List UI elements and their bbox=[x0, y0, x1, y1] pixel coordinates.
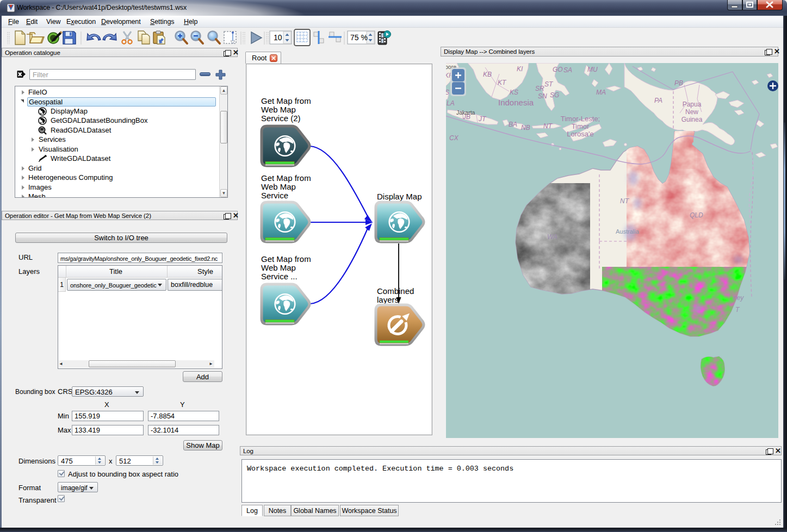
svg-text:SR: SR bbox=[535, 85, 544, 92]
svg-text:WA: WA bbox=[547, 233, 557, 241]
svg-text:Display Map: Display Map bbox=[377, 192, 422, 201]
svg-text:KT: KT bbox=[498, 79, 507, 86]
svg-text:NB: NB bbox=[521, 124, 530, 132]
svg-text:layers: layers bbox=[377, 295, 399, 304]
svg-text:QLD: QLD bbox=[690, 211, 703, 219]
svg-text:SN: SN bbox=[538, 92, 547, 100]
svg-text:KS: KS bbox=[510, 89, 518, 96]
svg-text:LA: LA bbox=[447, 99, 455, 107]
svg-text:Combined: Combined bbox=[377, 286, 414, 296]
svg-text:JT: JT bbox=[478, 115, 487, 123]
svg-text:Get Map from: Get Map from bbox=[261, 254, 311, 264]
svg-text:CX: CX bbox=[449, 134, 459, 142]
svg-text:NT: NT bbox=[620, 197, 630, 205]
svg-text:PA: PA bbox=[654, 97, 662, 104]
svg-text:Web Map: Web Map bbox=[261, 263, 296, 272]
svg-text:MA: MA bbox=[596, 89, 606, 96]
svg-text:ST: ST bbox=[544, 80, 554, 88]
svg-text:Service ...: Service ... bbox=[261, 272, 298, 281]
svg-text:Jakarta: Jakarta bbox=[456, 109, 475, 116]
svg-text:Web Map: Web Map bbox=[261, 105, 296, 114]
svg-text:Service: Service bbox=[261, 191, 288, 200]
svg-text:KB: KB bbox=[483, 71, 492, 78]
svg-text:Timor-Leste;: Timor-Leste; bbox=[561, 115, 600, 123]
svg-text:Get Map from: Get Map from bbox=[261, 173, 311, 183]
svg-text:Australia: Australia bbox=[616, 228, 640, 235]
svg-text:PB: PB bbox=[674, 79, 683, 87]
svg-text:ney: ney bbox=[733, 294, 744, 302]
svg-text:75 %: 75 % bbox=[350, 33, 368, 42]
svg-text:Papua: Papua bbox=[683, 101, 702, 108]
svg-text:Lorosa'e: Lorosa'e bbox=[567, 130, 593, 138]
svg-text:Timor: Timor bbox=[572, 122, 590, 130]
svg-text:New: New bbox=[685, 108, 698, 116]
svg-text:GO: GO bbox=[553, 66, 563, 73]
svg-text:Web Map: Web Map bbox=[261, 182, 296, 191]
svg-text:S: S bbox=[446, 89, 449, 96]
svg-text:Guinea: Guinea bbox=[681, 116, 703, 123]
svg-text:BA: BA bbox=[509, 121, 517, 128]
svg-text:Get Map from: Get Map from bbox=[261, 96, 311, 105]
svg-text:NT: NT bbox=[543, 122, 553, 130]
svg-text:Service (2): Service (2) bbox=[261, 114, 301, 123]
svg-text:10: 10 bbox=[274, 33, 282, 42]
svg-text:SA: SA bbox=[563, 66, 572, 74]
svg-text:MU: MU bbox=[587, 66, 598, 73]
svg-text:Indonesia: Indonesia bbox=[498, 98, 534, 107]
svg-text:SG: SG bbox=[550, 91, 559, 99]
svg-text:KI: KI bbox=[517, 65, 523, 73]
